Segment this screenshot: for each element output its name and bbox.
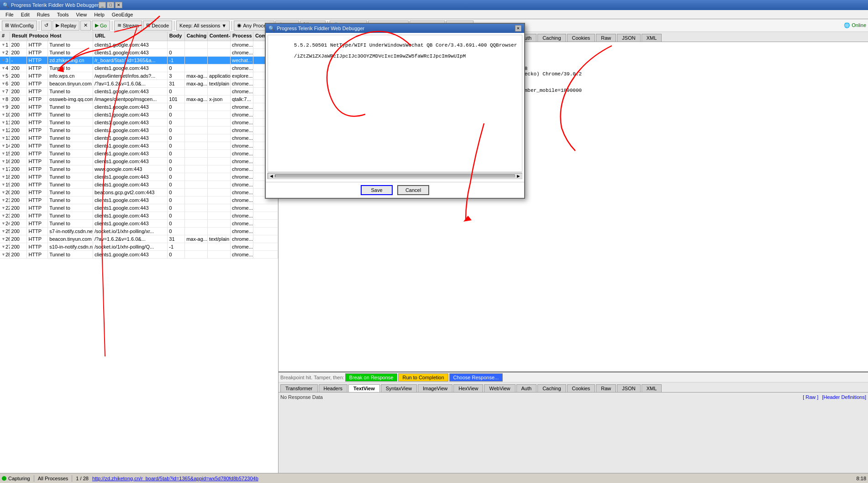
session-row[interactable]: ▼ 15 200 HTTP Tunnel to clients1.google.… [0,150,278,158]
session-row[interactable]: ▼ 16 200 HTTP Tunnel to clients1.google.… [0,158,278,165]
tab-xml-res[interactable]: XML [642,384,662,392]
session-row[interactable]: ▼ 19 200 HTTP Tunnel to clients1.google.… [0,181,278,189]
modal-text-area[interactable]: 5.5.2.50501 NetType/WIFI UnderWindowsWec… [268,35,522,172]
minimize-button[interactable]: _ [99,2,106,8]
modal-close-button[interactable]: ✕ [515,25,521,32]
session-row[interactable]: ▼ 1 200 HTTP Tunnel to clients1.google.c… [0,41,278,49]
run-to-completion-button[interactable]: Run to Completion [398,373,448,382]
cell-num: ▼ 27 [0,243,10,250]
tab-imageview-res[interactable]: ImageView [418,384,452,392]
replay-button[interactable]: ▶ Replay [53,21,79,31]
tab-webview-res[interactable]: WebView [484,384,515,392]
cell-host: Tunnel to [48,49,93,56]
session-row[interactable]: ▼ 17 200 HTTP Tunnel to www.google.com:4… [0,165,278,173]
session-row[interactable]: ▼ 8 200 HTTP ossweb-img.qq.com /images/c… [0,96,278,103]
menu-help[interactable]: Help [90,11,108,18]
session-row[interactable]: ▼ 25 200 HTTP s7-in-notify.csdn.net /soc… [0,228,278,235]
raw-link[interactable]: [ Raw ] [803,394,818,400]
cell-host: Tunnel to [48,134,93,142]
modal-cancel-button[interactable]: Cancel [397,185,429,195]
session-row[interactable]: ▼ 26 200 HTTP beacon.tinyun.com /?av=1.6… [0,235,278,243]
cell-process: wechat... [231,57,253,64]
session-row[interactable]: ▼ 14 200 HTTP Tunnel to clients1.google.… [0,142,278,150]
breakpoint-label: Breakpoint hit. Tamper, then: [280,375,344,380]
maximize-button[interactable]: □ [107,2,114,8]
session-row[interactable]: ▼ 3 - HTTP zd.zhiketong.cn /r_board/5tab… [0,57,278,64]
go-button[interactable]: ▶ Go [92,21,110,31]
header-definitions-link[interactable]: [Header Definitions] [822,394,866,400]
menu-edit[interactable]: Edit [17,11,33,18]
session-rows[interactable]: ▼ 1 200 HTTP Tunnel to clients1.google.c… [0,41,278,473]
tab-cookies-req[interactable]: Cookies [567,34,595,42]
menu-geoedge[interactable]: GeoEdge [108,11,137,18]
session-row[interactable]: ▼ 21 200 HTTP Tunnel to clients1.google.… [0,196,278,204]
cell-body: 0 [168,88,185,95]
tab-headers-res[interactable]: Headers [319,384,348,392]
session-row[interactable]: ▼ 23 200 HTTP Tunnel to clients1.google.… [0,212,278,220]
cell-host: Tunnel to [48,173,93,180]
cell-body: 0 [168,142,185,149]
session-row[interactable]: ▼ 20 200 HTTP Tunnel to beacons.gcp.gvt2… [0,189,278,196]
scroll-left-icon[interactable]: ◄ [269,173,274,179]
session-row[interactable]: ▼ 22 200 HTTP Tunnel to clients1.google.… [0,204,278,212]
cell-host: Tunnel to [48,181,93,188]
winconfig-button[interactable]: ⊞ WinConfig [2,21,37,31]
session-row[interactable]: ▼ 4 200 HTTP Tunnel to clients1.google.c… [0,64,278,72]
break-on-response-button[interactable]: Break on Response [345,373,398,382]
cell-protocol: HTTP [27,158,48,165]
tab-textview-res[interactable]: TextView [348,384,380,392]
menu-view[interactable]: View [73,11,91,18]
tab-caching-req[interactable]: Caching [537,34,566,42]
session-row[interactable]: ▼ 27 200 HTTP s10-in-notify.csdn.net /so… [0,243,278,251]
col-header-num: # [0,32,10,41]
session-row[interactable]: ▼ 18 200 HTTP Tunnel to clients1.google.… [0,173,278,181]
menu-rules[interactable]: Rules [33,11,53,18]
session-row[interactable]: ▼ 11 200 HTTP Tunnel to clients1.google.… [0,119,278,127]
keep-button[interactable]: Keep: All sessions ▼ [176,21,230,31]
cell-process: chrome... [231,173,253,180]
tab-transformer-res[interactable]: Transformer [280,384,318,392]
cell-result: 200 [10,196,27,204]
menu-tools[interactable]: Tools [53,11,73,18]
choose-response-button[interactable]: Choose Response... [449,373,503,382]
tab-auth-res[interactable]: Auth [516,384,537,392]
session-row[interactable]: ▼ 13 200 HTTP Tunnel to clients1.google.… [0,134,278,142]
session-row[interactable]: ▼ 12 200 HTTP Tunnel to clients1.google.… [0,127,278,134]
row-icon: ▼ [1,151,5,156]
session-row[interactable]: ▼ 6 200 HTTP beacon.tinyun.com /?av=1.6.… [0,80,278,88]
cross-button[interactable]: ✕ [80,21,91,31]
session-row[interactable]: ▼ 9 200 HTTP Tunnel to clients1.google.c… [0,103,278,111]
tab-json-req[interactable]: JSON [617,34,640,42]
refresh-button[interactable]: ↺ [41,21,52,31]
cell-protocol: HTTP [27,150,48,157]
cell-body [168,41,185,48]
tab-raw-res[interactable]: Raw [596,384,616,392]
cell-caching [185,158,208,165]
cell-ctype: text/plain [208,80,231,87]
tab-json-res[interactable]: JSON [617,384,640,392]
cell-host: Tunnel to [48,103,93,111]
session-row[interactable]: ▼ 24 200 HTTP Tunnel to clients1.google.… [0,220,278,228]
tab-caching-res[interactable]: Caching [537,384,566,392]
session-row[interactable]: ▼ 10 200 HTTP Tunnel to clients1.google.… [0,111,278,119]
tab-raw-req[interactable]: Raw [596,34,616,42]
tab-cookies-res[interactable]: Cookies [567,384,595,392]
modal-save-button[interactable]: Save [361,185,393,195]
tab-hexview-res[interactable]: HexView [453,384,483,392]
tab-syntaxview-res[interactable]: SyntaxView [381,384,417,392]
status-url[interactable]: http://zd.zhiketong.cn/r_board/5tab?id=1… [92,476,471,481]
scroll-right-icon[interactable]: ► [516,173,521,179]
cell-protocol: HTTP [27,189,48,196]
close-button[interactable]: ✕ [115,2,122,8]
stream-button[interactable]: ≋ Stream [114,21,142,31]
decode-button[interactable]: ⊞ Decode [143,21,172,31]
modal-scrollbar[interactable]: ◄ ► [268,173,522,179]
cell-body: 0 [168,220,185,227]
session-row[interactable]: ▼ 7 200 HTTP Tunnel to clients1.google.c… [0,88,278,96]
tab-xml-req[interactable]: XML [642,34,662,42]
session-row[interactable]: ▼ 5 200 HTTP info.wps.cn /wpsv6internet/… [0,72,278,80]
session-row[interactable]: ▼ 2 200 HTTP Tunnel to clients1.google.c… [0,49,278,57]
session-row[interactable]: ▼ 28 200 HTTP Tunnel to clients1.google.… [0,251,278,259]
menu-file[interactable]: File [2,11,17,18]
row-icon: ▼ [1,74,5,78]
